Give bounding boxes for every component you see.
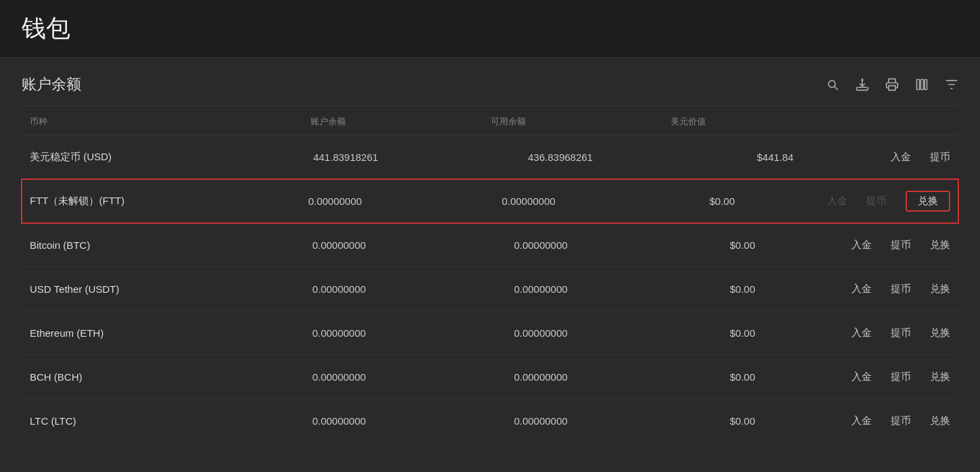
col-header-available-balance: 可用余额 <box>418 116 598 128</box>
withdraw-button[interactable]: 提币 <box>891 327 911 339</box>
actions-col: 入金提币兑换 <box>843 404 958 438</box>
exchange-button[interactable]: 兑换 <box>930 415 950 427</box>
columns-icon[interactable] <box>915 78 929 91</box>
currency-name: FTT（未解锁）(FTT) <box>22 184 238 218</box>
table-row: 美元稳定币 (USD)441.83918261436.83968261$441.… <box>22 135 958 179</box>
withdraw-button[interactable]: 提币 <box>891 415 911 427</box>
table-header: 币种 账户余额 可用余额 美元价值 <box>22 106 958 135</box>
deposit-button[interactable]: 入金 <box>851 371 872 383</box>
account-balance: 441.83918261 <box>238 141 453 174</box>
actions-col: 入金提币 <box>883 140 958 174</box>
actions-col: 入金提币兑换 <box>843 272 958 306</box>
usd-value: $0.00 <box>642 404 843 438</box>
table-body: 美元稳定币 (USD)441.83918261436.83968261$441.… <box>22 135 958 443</box>
account-balance: 0.00000000 <box>238 404 440 438</box>
available-balance: 0.00000000 <box>440 360 642 394</box>
actions-col: 入金提币兑换 <box>843 316 958 350</box>
exchange-button[interactable]: 兑换 <box>930 239 950 252</box>
account-balance: 0.00000000 <box>238 229 440 262</box>
account-balance: 0.00000000 <box>238 273 440 306</box>
withdraw-button: 提币 <box>866 195 887 208</box>
account-balance: 0.00000000 <box>238 316 440 350</box>
withdraw-button[interactable]: 提币 <box>891 371 911 383</box>
usd-value: $0.00 <box>642 316 843 350</box>
exchange-button[interactable]: 兑换 <box>930 327 950 339</box>
available-balance: 0.00000000 <box>440 404 642 438</box>
deposit-button[interactable]: 入金 <box>851 283 872 296</box>
col-header-currency: 币种 <box>22 116 238 128</box>
print-icon[interactable] <box>885 78 899 91</box>
exchange-button[interactable]: 兑换 <box>930 371 950 383</box>
filter-icon[interactable] <box>945 78 958 91</box>
available-balance: 0.00000000 <box>432 185 625 218</box>
withdraw-button[interactable]: 提币 <box>930 151 950 164</box>
usd-value: $441.84 <box>668 141 883 174</box>
col-header-usd-value: 美元价值 <box>598 116 778 128</box>
svg-rect-3 <box>925 80 927 90</box>
currency-name: USD Tether (USDT) <box>22 273 238 306</box>
withdraw-button[interactable]: 提币 <box>891 239 911 252</box>
available-balance: 436.83968261 <box>453 141 667 174</box>
account-balance: 0.00000000 <box>238 185 432 218</box>
available-balance: 0.00000000 <box>440 316 642 350</box>
table-row: LTC (LTC)0.000000000.00000000$0.00入金提币兑换 <box>22 399 958 443</box>
main-content: 账户余额 <box>0 58 980 465</box>
table-row: BCH (BCH)0.000000000.00000000$0.00入金提币兑换 <box>22 355 958 399</box>
table-container: 币种 账户余额 可用余额 美元价值 美元稳定币 (USD)441.8391826… <box>22 106 958 443</box>
table-row: FTT（未解锁）(FTT)0.000000000.00000000$0.00入金… <box>22 179 958 223</box>
withdraw-button[interactable]: 提币 <box>891 283 911 296</box>
table-row: Ethereum (ETH)0.000000000.00000000$0.00入… <box>22 311 958 355</box>
table-row: Bitcoin (BTC)0.000000000.00000000$0.00入金… <box>22 223 958 267</box>
actions-col: 入金提币兑换 <box>843 228 958 262</box>
table-row: USD Tether (USDT)0.000000000.00000000$0.… <box>22 267 958 311</box>
svg-rect-2 <box>920 80 923 90</box>
currency-name: Bitcoin (BTC) <box>22 229 238 262</box>
deposit-button[interactable]: 入金 <box>851 239 872 252</box>
col-header-account-balance: 账户余额 <box>238 116 418 128</box>
actions-col: 入金提币兑换 <box>819 180 958 222</box>
actions-col: 入金提币兑换 <box>843 360 958 394</box>
currency-name: Ethereum (ETH) <box>22 316 238 350</box>
exchange-button[interactable]: 兑换 <box>930 283 950 296</box>
deposit-button[interactable]: 入金 <box>891 151 911 164</box>
section-header: 账户余额 <box>22 58 958 106</box>
usd-value: $0.00 <box>642 360 843 394</box>
currency-name: BCH (BCH) <box>22 360 238 394</box>
deposit-button[interactable]: 入金 <box>851 327 872 339</box>
currency-name: 美元稳定币 (USD) <box>22 140 238 174</box>
download-icon[interactable] <box>855 78 869 91</box>
available-balance: 0.00000000 <box>440 229 642 262</box>
col-header-actions <box>778 116 958 128</box>
toolbar-icons <box>826 78 958 91</box>
currency-name: LTC (LTC) <box>22 404 238 438</box>
exchange-button[interactable]: 兑换 <box>906 191 950 212</box>
account-balance: 0.00000000 <box>238 360 440 394</box>
available-balance: 0.00000000 <box>440 273 642 306</box>
usd-value: $0.00 <box>642 229 843 262</box>
deposit-button: 入金 <box>827 195 847 208</box>
page-title: 钱包 <box>22 12 958 45</box>
svg-point-0 <box>861 79 863 81</box>
usd-value: $0.00 <box>625 185 819 218</box>
usd-value: $0.00 <box>642 273 843 306</box>
section-title: 账户余额 <box>22 74 81 95</box>
deposit-button[interactable]: 入金 <box>851 415 872 427</box>
search-icon[interactable] <box>826 78 839 91</box>
svg-rect-1 <box>917 80 920 90</box>
page-header: 钱包 <box>0 0 980 58</box>
